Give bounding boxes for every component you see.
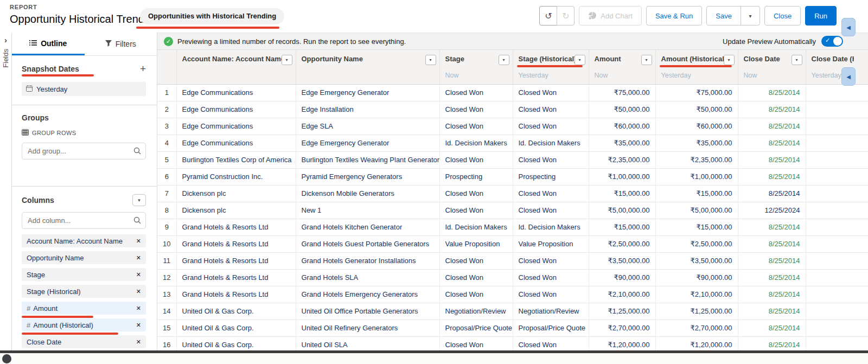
row-number-header (157, 50, 176, 84)
close-date-historical-cell (806, 185, 868, 202)
remove-column-icon[interactable]: ✕ (136, 305, 141, 312)
row-number: 8 (157, 202, 176, 219)
account-name-cell: United Oil & Gas Corp. (176, 336, 296, 350)
collapse-panel-button[interactable]: ◀ (841, 18, 856, 36)
remove-column-icon[interactable]: ✕ (136, 271, 141, 278)
column-pill[interactable]: Account Name: Account Name✕ (22, 234, 146, 247)
column-pill-label: Opportunity Name (27, 254, 84, 262)
account-name-cell: Edge Communications (176, 118, 296, 135)
update-preview-toggle[interactable]: ✓ (821, 36, 843, 47)
close-date-cell: 8/25/2014 (738, 168, 806, 185)
snapshot-date-item[interactable]: Yesterday (22, 82, 146, 96)
table-row: 5Burlington Textiles Corp of AmericaBurl… (157, 151, 868, 168)
table-row: 8Dickenson plcNew 1Closed WonClosed Won₹… (157, 202, 868, 219)
column-header[interactable]: Close Date (Historical)Yesterday (806, 50, 868, 84)
opportunity-name-cell: New 1 (296, 202, 439, 219)
close-date-cell: 8/25/2014 (738, 269, 806, 286)
toggle-knob (833, 37, 842, 46)
save-menu-button[interactable]: ▾ (741, 6, 760, 25)
column-filter-button[interactable]: ▾ (792, 55, 802, 65)
stage-cell: Id. Decision Makers (439, 219, 513, 235)
outline-list-icon (29, 39, 37, 48)
column-header[interactable]: Close Date▾Now (738, 50, 806, 84)
account-name-cell: United Oil & Gas Corp. (176, 320, 296, 336)
column-header[interactable]: Stage▾Now (439, 50, 513, 84)
tab-outline[interactable]: Outline (12, 33, 85, 55)
amount-historical-cell: ₹2,50,000.00 (655, 235, 738, 252)
amount-historical-cell: ₹90,000.00 (655, 269, 738, 286)
column-filter-button[interactable]: ▾ (499, 55, 509, 65)
account-name-cell: Dickenson plc (176, 185, 296, 202)
column-header[interactable]: Amount▾Now (589, 50, 655, 84)
tab-filters[interactable]: Filters (85, 33, 157, 55)
close-date-cell: 8/25/2014 (738, 219, 806, 235)
stage-historical-cell: Proposal/Price Quote (513, 320, 589, 336)
stage-cell: Negotiation/Review (439, 303, 513, 320)
account-name-cell: Edge Communications (176, 135, 296, 151)
snapshot-date-label: Now (595, 72, 608, 79)
add-group-input[interactable] (22, 143, 146, 159)
column-filter-button[interactable]: ▾ (282, 55, 292, 65)
column-filter-button[interactable]: ▾ (575, 55, 585, 65)
opportunity-name-cell: United Oil Office Portable Generators (296, 303, 439, 320)
amount-cell: ₹15,000.00 (589, 185, 655, 202)
save-and-run-button[interactable]: Save & Run (646, 6, 702, 25)
numeric-field-icon: # (27, 321, 30, 329)
column-pill[interactable]: #Amount✕ (22, 302, 146, 315)
add-column-input[interactable] (22, 212, 146, 229)
close-date-historical-cell (806, 168, 868, 185)
column-header[interactable]: Stage (Historical)▾Yesterday (513, 50, 589, 84)
amount-historical-cell: ₹3,50,000.00 (655, 252, 738, 269)
stage-historical-cell: Id. Decision Makers (513, 135, 589, 151)
column-pill[interactable]: Stage (Historical)✕ (22, 285, 146, 298)
column-header[interactable]: Account Name: Account Name▾ (176, 50, 296, 84)
remove-column-icon[interactable]: ✕ (136, 288, 141, 295)
row-number: 5 (157, 151, 176, 168)
close-date-historical-cell (806, 202, 868, 219)
close-date-historical-cell (806, 219, 868, 235)
add-chart-button[interactable]: Add Chart (579, 6, 642, 25)
opportunity-name-cell: United Oil SLA (296, 336, 439, 350)
table-row: 1Edge CommunicationsEdge Emergency Gener… (157, 84, 868, 101)
amount-cell: ₹15,000.00 (589, 219, 655, 235)
account-name-cell: Grand Hotels & Resorts Ltd (176, 235, 296, 252)
remove-column-icon[interactable]: ✕ (136, 254, 141, 261)
report-type-tab[interactable]: Opportunities with Historical Trending (140, 8, 284, 24)
columns-menu-button[interactable]: ▾ (132, 194, 146, 206)
redo-button[interactable]: ↻ (557, 6, 575, 25)
table-header-row: Account Name: Account Name▾Opportunity N… (157, 50, 868, 84)
close-button[interactable]: Close (764, 6, 801, 25)
amount-historical-cell: ₹60,000.00 (655, 118, 738, 135)
save-button[interactable]: Save (706, 6, 741, 25)
column-header[interactable]: Opportunity Name▾ (296, 50, 439, 84)
add-snapshot-date-button[interactable]: + (140, 63, 146, 74)
remove-column-icon[interactable]: ✕ (136, 339, 141, 346)
snapshot-dates-title: Snapshot Dates (22, 65, 79, 73)
preview-banner-message: Previewing a limited number of records. … (177, 37, 406, 46)
run-button[interactable]: Run (805, 6, 837, 25)
stage-cell: Prospecting (439, 168, 513, 185)
remove-column-icon[interactable]: ✕ (136, 322, 141, 329)
undo-button[interactable]: ↺ (539, 6, 557, 25)
account-name-cell: Grand Hotels & Resorts Ltd (176, 286, 296, 303)
column-filter-button[interactable]: ▾ (724, 55, 735, 65)
column-pill[interactable]: #Amount (Historical)✕ (22, 318, 146, 331)
column-header[interactable]: Amount (Historical)▾Yesterday (655, 50, 738, 84)
expand-fields-icon[interactable]: › (4, 35, 7, 44)
account-name-cell: Grand Hotels & Resorts Ltd (176, 219, 296, 235)
opportunity-name-cell: United Oil Refinery Generators (296, 320, 439, 336)
column-pill[interactable]: Opportunity Name✕ (22, 251, 146, 264)
column-filter-button[interactable]: ▾ (425, 55, 436, 65)
column-pill[interactable]: Stage✕ (22, 268, 146, 281)
row-number: 16 (157, 336, 176, 350)
close-date-cell: 8/25/2014 (738, 252, 806, 269)
close-date-cell: 8/25/2014 (738, 84, 806, 101)
collapse-panel-button[interactable]: ◀ (841, 67, 856, 86)
fields-panel-rail[interactable]: › Fields (0, 33, 12, 350)
account-name-cell: Burlington Textiles Corp of America (176, 151, 296, 168)
column-pill[interactable]: Close Date✕ (22, 335, 146, 348)
column-filter-button[interactable]: ▾ (641, 55, 652, 65)
top-header-bar: REPORT Opportunity Historical Trend ✎ Op… (0, 0, 868, 33)
remove-column-icon[interactable]: ✕ (136, 238, 141, 245)
stage-historical-cell: Prospecting (513, 168, 589, 185)
